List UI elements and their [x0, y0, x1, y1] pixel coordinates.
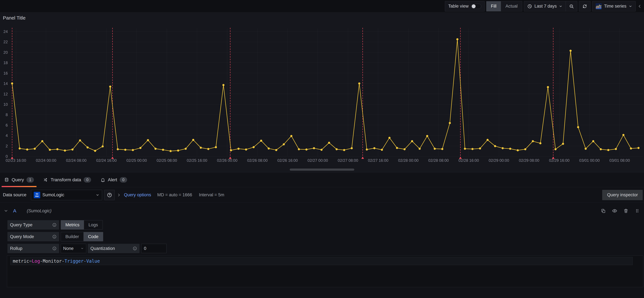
tab-transform-data[interactable]: Transform data 0 [41, 172, 94, 187]
svg-text:4: 4 [6, 133, 8, 138]
panel-title: Panel Title [3, 15, 26, 21]
bell-icon [100, 178, 105, 182]
tab-query[interactable]: Query 1 [2, 172, 36, 187]
query-mode-label-box: Query Mode [8, 232, 59, 241]
svg-text:02/29 00:00: 02/29 00:00 [489, 158, 509, 162]
panel-resize-handle[interactable] [290, 168, 354, 171]
svg-text:12: 12 [4, 92, 8, 96]
options-pane-open-button[interactable] [637, 4, 643, 9]
svg-text:02/23 16:00: 02/23 16:00 [6, 158, 26, 162]
viz-picker-label: Time series [604, 4, 626, 9]
svg-text:02/27 16:00: 02/27 16:00 [368, 158, 388, 162]
metrics-label: Metrics [66, 222, 80, 228]
query-mode-label: Query Mode [10, 234, 34, 239]
editor-toolbar: Table view Fill Actual Last 7 days [0, 0, 644, 12]
delete-query-button[interactable] [623, 208, 629, 214]
info-circle-icon [52, 223, 56, 227]
logo-text-bottom: mo [35, 195, 38, 198]
code-option[interactable]: Code [84, 232, 103, 241]
refresh-icon [582, 4, 587, 9]
datasource-help-button[interactable] [104, 190, 115, 200]
query-inspector-button[interactable]: Query inspector [602, 190, 643, 200]
refresh-button[interactable] [579, 1, 590, 11]
tab-transform-label: Transform data [51, 177, 81, 182]
chevron-down-icon [96, 193, 99, 197]
svg-text:02/29 16:00: 02/29 16:00 [549, 158, 570, 162]
svg-text:22: 22 [4, 40, 8, 44]
tab-query-label: Query [12, 177, 24, 182]
svg-text:16: 16 [4, 71, 8, 76]
rollup-select[interactable]: None [61, 244, 86, 253]
query-inspector-label: Query inspector [607, 192, 638, 198]
metric-query-code-line[interactable]: metric=Log-Monitor-Trigger-Value [10, 257, 633, 265]
datasource-row: Data source su mo SumoLogic Query option… [0, 187, 644, 203]
svg-text:20: 20 [4, 50, 8, 54]
quantization-input[interactable] [141, 244, 167, 253]
quantization-label-box: Quantization [88, 244, 140, 253]
query-mode-row: Query Mode Builder Code [8, 232, 644, 241]
builder-option[interactable]: Builder [61, 232, 84, 241]
logs-option[interactable]: Logs [84, 220, 102, 230]
svg-text:02/25 08:00: 02/25 08:00 [157, 158, 177, 162]
refresh-group [579, 1, 590, 12]
svg-text:02/27 00:00: 02/27 00:00 [308, 158, 328, 162]
svg-text:02/26 00:00: 02/26 00:00 [217, 158, 238, 162]
timeseries-panel: Panel Title 02468101214161820222402/23 1… [0, 12, 644, 172]
time-picker-group: Last 7 days [524, 1, 577, 12]
zoom-out-button[interactable] [566, 1, 577, 11]
svg-text:02/24 08:00: 02/24 08:00 [66, 158, 86, 162]
query-editor-section: A (SumoLogic) [0, 203, 644, 287]
timeseries-viz-icon [596, 3, 602, 9]
table-view-toggle[interactable]: Table view [445, 1, 484, 11]
query-ref-id[interactable]: A [13, 208, 16, 214]
drag-query-handle[interactable] [634, 208, 640, 214]
info-circle-icon [52, 246, 56, 250]
tab-query-count-badge: 1 [26, 177, 34, 182]
metric-query-code-editor[interactable]: metric=Log-Monitor-Trigger-Value [7, 256, 643, 287]
svg-text:02/27 08:00: 02/27 08:00 [338, 158, 358, 162]
tab-alert-label: Alert [108, 177, 117, 182]
zoom-out-icon [569, 4, 574, 9]
collapse-query-chevron-icon[interactable] [4, 208, 8, 213]
svg-text:6: 6 [6, 123, 8, 127]
svg-text:02/28 08:00: 02/28 08:00 [428, 158, 449, 162]
clock-icon [527, 4, 532, 9]
transform-icon [43, 178, 48, 182]
logs-label: Logs [88, 222, 98, 228]
chevron-right-icon[interactable] [117, 193, 121, 197]
builder-label: Builder [66, 234, 79, 239]
rollup-row: Rollup None Quantization [8, 244, 644, 253]
datasource-select[interactable]: su mo SumoLogic [31, 190, 102, 200]
chevron-down-icon [629, 4, 632, 8]
interval-text: Interval = 5m [199, 192, 224, 198]
fill-button[interactable]: Fill [486, 1, 501, 11]
eye-icon [612, 208, 617, 214]
svg-text:18: 18 [4, 60, 8, 65]
query-type-row: Query Type Metrics Logs [8, 220, 644, 230]
svg-text:02/29 08:00: 02/29 08:00 [519, 158, 539, 162]
duplicate-query-button[interactable] [600, 208, 606, 214]
logo-text-top: su [36, 192, 38, 195]
svg-text:24: 24 [4, 30, 8, 34]
chevron-down-icon [80, 247, 84, 250]
fill-label: Fill [491, 4, 496, 9]
quantization-label: Quantization [90, 246, 115, 251]
viz-picker-button[interactable]: Time series [592, 1, 636, 11]
time-range-button[interactable]: Last 7 days [524, 1, 566, 11]
table-view-switch[interactable] [471, 4, 481, 9]
toggle-query-visibility-button[interactable] [612, 208, 618, 214]
grip-dots-icon [635, 208, 639, 213]
svg-text:02/26 16:00: 02/26 16:00 [277, 158, 298, 162]
timeseries-chart[interactable]: 02468101214161820222402/23 16:0002/24 00… [0, 24, 644, 165]
question-circle-icon [107, 192, 112, 198]
query-row-header: A (SumoLogic) [0, 206, 644, 216]
query-options-link[interactable]: Query options [124, 192, 151, 198]
actual-button[interactable]: Actual [501, 1, 522, 11]
query-type-label-box: Query Type [8, 220, 59, 230]
svg-text:2: 2 [6, 144, 8, 148]
metrics-option[interactable]: Metrics [61, 220, 84, 230]
query-form: Query Type Metrics Logs Query Mode [0, 220, 644, 287]
tab-alert-count-badge: 0 [120, 177, 127, 182]
svg-text:02/28 16:00: 02/28 16:00 [458, 158, 479, 162]
tab-alert[interactable]: Alert 0 [98, 172, 130, 187]
